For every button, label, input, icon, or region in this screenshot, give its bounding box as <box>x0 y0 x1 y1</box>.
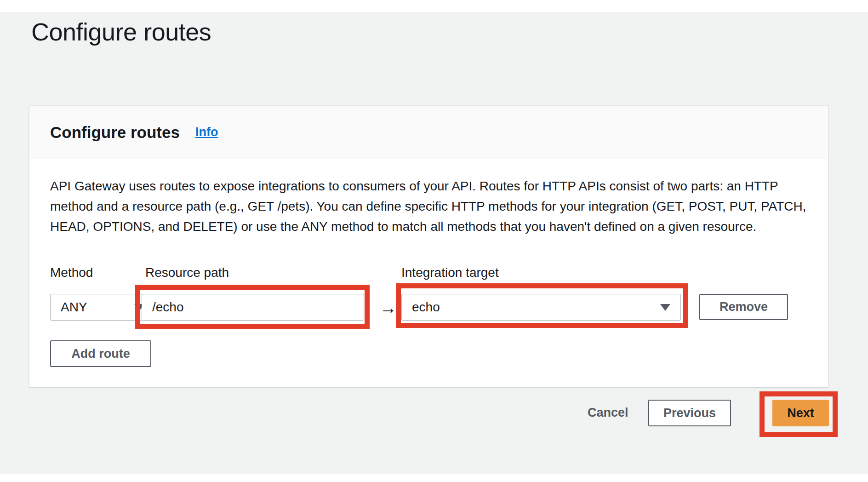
method-select-value: ANY <box>61 300 87 315</box>
integration-target-select[interactable]: echo <box>401 294 681 321</box>
page-title: Configure routes <box>31 17 211 46</box>
card-header: Configure routes Info <box>29 106 828 159</box>
resource-path-input[interactable] <box>142 294 364 321</box>
card-description: API Gateway uses routes to expose integr… <box>50 176 813 237</box>
integration-target-label: Integration target <box>401 265 499 280</box>
caret-down-icon <box>660 304 670 311</box>
card-title: Configure routes <box>50 123 180 142</box>
right-arrow-icon: → <box>374 298 402 318</box>
add-route-button[interactable]: Add route <box>50 340 151 367</box>
integration-target-select-value: echo <box>412 300 440 315</box>
configure-routes-card: Configure routes Info API Gateway uses r… <box>29 105 828 387</box>
next-button[interactable]: Next <box>772 400 829 426</box>
remove-button[interactable]: Remove <box>699 294 788 320</box>
bottom-window-bar <box>0 474 868 482</box>
info-link[interactable]: Info <box>195 125 218 139</box>
method-label: Method <box>50 265 93 280</box>
previous-button[interactable]: Previous <box>648 400 731 426</box>
method-select[interactable]: ANY <box>50 294 155 321</box>
cancel-button[interactable]: Cancel <box>588 406 628 420</box>
top-window-bar <box>0 0 868 12</box>
resource-path-label: Resource path <box>145 265 229 280</box>
